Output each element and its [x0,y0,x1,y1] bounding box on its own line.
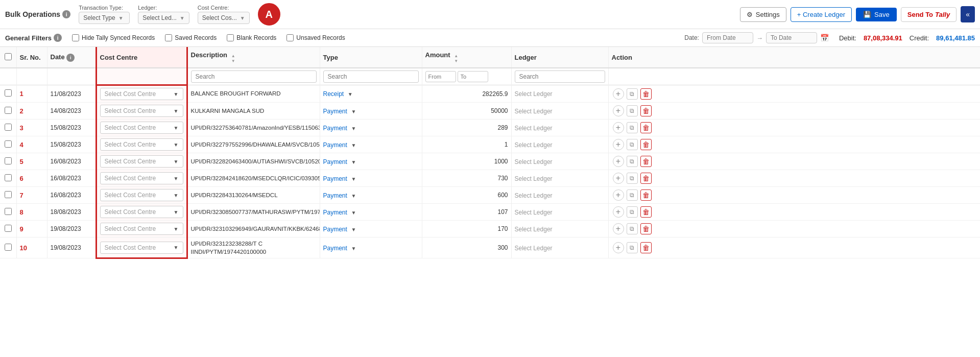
blank-records-filter[interactable]: Blank Records [227,34,276,41]
row-number[interactable]: 6 [20,175,23,182]
delete-action-icon[interactable]: 🗑 [640,122,652,133]
select-ledger-value[interactable]: Select Ledger [515,141,553,149]
cost-centre-select[interactable]: Select Cost Centre ▼ [100,206,183,218]
row-number[interactable]: 9 [20,225,23,233]
filters-info-icon[interactable]: i [54,34,62,42]
add-action-icon[interactable]: + [613,189,624,201]
description-search-input[interactable] [191,70,317,83]
row-checkbox[interactable] [5,225,12,232]
row-checkbox[interactable] [5,174,12,181]
create-ledger-button[interactable]: + Create Ledger [791,7,852,22]
send-to-tally-button[interactable]: Send To Tally [901,7,957,22]
select-ledger-value[interactable]: Select Ledger [515,158,553,165]
from-date-input[interactable] [702,32,753,43]
row-checkbox[interactable] [5,208,12,215]
type-chevron-icon[interactable]: ▼ [351,227,356,232]
add-action-icon[interactable]: + [613,105,624,116]
cost-centre-select[interactable]: Select Cost Centre ▼ [100,223,183,235]
delete-action-icon[interactable]: 🗑 [640,173,652,184]
select-ledger-value[interactable]: Select Ledger [515,175,553,182]
copy-action-icon[interactable]: ⧉ [627,122,638,133]
settings-button[interactable]: ⚙ Settings [740,7,786,22]
type-value[interactable]: Payment [323,209,347,216]
amount-from-input[interactable] [425,71,456,82]
delete-action-icon[interactable]: 🗑 [640,223,652,234]
copy-action-icon[interactable]: ⧉ [627,156,638,167]
copy-action-icon[interactable]: ⧉ [627,139,638,150]
add-action-icon[interactable]: + [613,122,624,133]
cost-centre-select[interactable]: Select Cost Centre ▼ [100,105,183,117]
copy-action-icon[interactable]: ⧉ [627,189,638,201]
add-action-icon[interactable]: + [613,206,624,218]
delete-action-icon[interactable]: 🗑 [640,156,652,167]
calendar-icon[interactable]: 📅 [820,34,829,42]
hide-tally-synced-checkbox[interactable] [72,34,79,41]
row-number[interactable]: 5 [20,158,23,165]
type-search-input[interactable] [323,70,419,83]
saved-records-checkbox[interactable] [165,34,172,41]
row-checkbox[interactable] [5,89,12,97]
type-chevron-icon[interactable]: ▼ [351,176,356,182]
type-value[interactable]: Payment [323,108,347,115]
type-chevron-icon[interactable]: ▼ [351,142,356,148]
cost-centre-select[interactable]: Select Cost Centre ▼ [100,88,183,100]
type-chevron-icon[interactable]: ▼ [351,210,356,216]
type-value[interactable]: Payment [323,192,347,199]
amount-sort-desc-icon[interactable]: ▼ [454,59,458,63]
save-button[interactable]: 💾 Save [856,8,897,21]
cost-centre-select[interactable]: Select Cost Centre ▼ [100,138,183,151]
select-ledger-value[interactable]: Select Ledger [515,209,553,216]
select-ledger-value[interactable]: Select Ledger [515,125,553,132]
type-value[interactable]: Payment [323,141,347,149]
type-chevron-icon[interactable]: ▼ [348,91,353,97]
date-header-info-icon[interactable]: i [66,54,75,62]
copy-action-icon[interactable]: ⧉ [627,105,638,116]
delete-action-icon[interactable]: 🗑 [640,105,652,116]
amount-to-input[interactable] [458,71,488,82]
type-chevron-icon[interactable]: ▼ [351,109,356,114]
select-ledger-value[interactable]: Select Ledger [515,245,553,252]
avatar[interactable]: A [258,3,280,26]
cost-centre-select[interactable]: Select Cost Centre ▼ [100,189,183,201]
row-number[interactable]: 7 [20,192,23,199]
type-value[interactable]: Payment [323,158,347,165]
select-ledger-button[interactable]: Select Led... ▼ [138,12,189,24]
row-checkbox[interactable] [5,107,12,114]
row-checkbox[interactable] [5,124,12,131]
select-type-button[interactable]: Select Type ▼ [79,12,130,24]
type-value[interactable]: Payment [323,125,347,132]
saved-records-filter[interactable]: Saved Records [165,34,217,41]
cost-centre-select[interactable]: Select Cost Centre ▼ [100,242,183,254]
ledger-search-input[interactable] [515,70,605,83]
select-all-checkbox[interactable] [5,53,12,60]
add-action-icon[interactable]: + [613,156,624,167]
row-checkbox[interactable] [5,244,12,251]
delete-action-icon[interactable]: 🗑 [640,88,652,100]
delete-action-icon[interactable]: 🗑 [640,189,652,201]
row-number[interactable]: 10 [20,244,27,252]
desc-sort-asc-icon[interactable]: ▲ [231,54,235,58]
type-value[interactable]: Receipt [323,90,344,98]
unsaved-records-checkbox[interactable] [286,34,294,41]
copy-action-icon[interactable]: ⧉ [627,206,638,218]
copy-action-icon[interactable]: ⧉ [627,223,638,234]
row-number[interactable]: 3 [20,124,23,132]
copy-action-icon[interactable]: ⧉ [627,88,638,100]
amount-sort-asc-icon[interactable]: ▲ [454,54,458,58]
select-cost-centre-button[interactable]: Select Cos... ▼ [198,12,250,24]
row-number[interactable]: 1 [20,90,23,98]
delete-action-icon[interactable]: 🗑 [640,206,652,218]
add-action-icon[interactable]: + [613,88,624,100]
cost-centre-select[interactable]: Select Cost Centre ▼ [100,122,183,134]
delete-action-icon[interactable]: 🗑 [640,242,652,253]
select-ledger-value[interactable]: Select Ledger [515,192,553,199]
row-checkbox[interactable] [5,157,12,164]
blank-records-checkbox[interactable] [227,34,234,41]
row-number[interactable]: 8 [20,208,23,216]
add-action-icon[interactable]: + [613,242,624,253]
type-value[interactable]: Payment [323,226,347,233]
type-chevron-icon[interactable]: ▼ [351,246,356,251]
delete-action-icon[interactable]: 🗑 [640,139,652,150]
row-checkbox[interactable] [5,191,12,198]
type-value[interactable]: Payment [323,175,347,182]
